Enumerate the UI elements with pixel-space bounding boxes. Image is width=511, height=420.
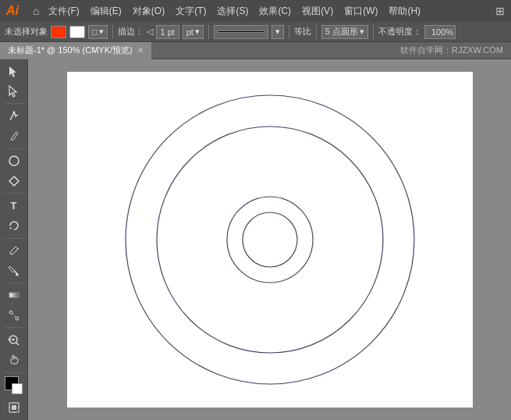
svg-marker-1 [9, 86, 16, 97]
menu-object[interactable]: 对象(O) [128, 3, 169, 20]
canvas-svg [67, 72, 473, 408]
divider-4 [316, 25, 317, 39]
eyedropper-tool-button[interactable] [3, 242, 25, 260]
canvas-area[interactable] [28, 59, 511, 420]
svg-point-8 [16, 317, 19, 320]
document-tab-title: 未标题-1* @ 150% (CMYK/预览) [8, 44, 133, 56]
toolbar: T [0, 59, 28, 420]
document-tab[interactable]: 未标题-1* @ 150% (CMYK/预览) ✕ [0, 42, 151, 59]
artboard [67, 72, 473, 408]
equal-label: 等比 [294, 26, 311, 37]
brush-dropdown[interactable]: 5 点圆形 ▾ [321, 25, 368, 39]
rotate-tool-button[interactable] [3, 216, 25, 234]
svg-line-5 [18, 248, 19, 249]
svg-line-11 [16, 343, 19, 345]
divider-1 [112, 25, 113, 39]
circle-outer [126, 95, 414, 384]
svg-rect-6 [9, 293, 19, 297]
paintbucket-tool-button[interactable] [3, 262, 25, 279]
menu-window[interactable]: 窗口(W) [339, 3, 382, 20]
svg-point-7 [9, 311, 12, 314]
background-color-swatch[interactable] [12, 383, 23, 394]
toolbar-separator-6 [4, 327, 24, 328]
main-area: T [0, 59, 511, 420]
svg-point-3 [9, 156, 19, 166]
foreground-color-swatch[interactable] [5, 376, 19, 390]
stroke-style-dropdown[interactable]: ▾ [271, 25, 284, 39]
stroke-swatch[interactable] [69, 26, 85, 38]
toolbar-separator-7 [4, 372, 24, 373]
circle-second [157, 126, 383, 353]
artboard-tool-button[interactable] [3, 399, 25, 417]
stroke-label: 描边： [118, 26, 144, 37]
hand-tool-button[interactable] [3, 351, 25, 368]
gradient-tool-button[interactable] [3, 287, 25, 304]
opacity-value[interactable]: 100% [424, 25, 456, 39]
menu-edit[interactable]: 编辑(E) [86, 3, 126, 20]
pencil-tool-button[interactable] [3, 127, 25, 145]
direct-selection-tool-button[interactable] [3, 82, 25, 100]
circle-inner-outer [227, 197, 313, 283]
options-bar: 未选择对象 □▾ 描边： ◁ 1 pt pt▾ ▾ 等比 5 点圆形 ▾ 不透明… [0, 22, 511, 42]
menu-view[interactable]: 视图(V) [297, 3, 338, 20]
menu-effect[interactable]: 效果(C) [254, 3, 296, 20]
menu-select[interactable]: 选择(S) [212, 3, 253, 20]
fill-swatch[interactable] [51, 26, 66, 38]
opacity-label: 不透明度： [378, 26, 421, 37]
toolbar-separator-2 [4, 148, 24, 149]
rectangle-tool-button[interactable] [3, 172, 25, 190]
divider-2 [208, 25, 209, 39]
toolbar-separator-4 [4, 238, 24, 239]
stroke-unit-dropdown[interactable]: pt▾ [183, 25, 204, 39]
menu-file[interactable]: 文件(F) [44, 3, 83, 20]
home-button[interactable]: ⌂ [33, 5, 39, 17]
stroke-line [218, 30, 264, 33]
blend-tool-button[interactable] [3, 306, 25, 324]
color-swatches[interactable] [5, 376, 23, 394]
menu-help[interactable]: 帮助(H) [384, 3, 425, 20]
stroke-width-value[interactable]: 1 pt [156, 25, 179, 39]
divider-5 [373, 25, 374, 39]
divider-3 [289, 25, 289, 39]
svg-point-2 [12, 111, 15, 113]
stroke-options-dropdown[interactable]: □▾ [88, 25, 108, 39]
menu-bar: 文件(F) 编辑(E) 对象(O) 文字(T) 选择(S) 效果(C) 视图(V… [44, 3, 491, 20]
title-bar: Ai ⌂ 文件(F) 编辑(E) 对象(O) 文字(T) 选择(S) 效果(C)… [0, 0, 511, 22]
svg-marker-4 [9, 227, 12, 230]
document-tab-bar: 未标题-1* @ 150% (CMYK/预览) ✕ 软件自学网：RJZXW.CO… [0, 42, 511, 59]
app-logo: Ai [6, 4, 28, 18]
circle-inner-inner [243, 212, 297, 267]
menu-type[interactable]: 文字(T) [171, 3, 211, 20]
toolbar-separator-3 [4, 193, 24, 194]
zoom-tool-button[interactable] [3, 331, 25, 349]
svg-line-9 [12, 313, 16, 317]
text-tool-button[interactable]: T [3, 197, 25, 215]
toolbar-separator-5 [4, 283, 24, 283]
stroke-icon: ◁ [147, 27, 153, 37]
pen-tool-button[interactable] [3, 107, 25, 125]
document-tab-close[interactable]: ✕ [137, 46, 144, 55]
svg-marker-0 [9, 66, 16, 77]
svg-rect-15 [12, 405, 16, 410]
watermark-text: 软件自学网：RJZXW.COM [400, 44, 511, 56]
ellipse-tool-button[interactable] [3, 152, 25, 170]
workspace-switcher-icon[interactable]: ⊞ [495, 5, 505, 17]
toolbar-separator-1 [4, 103, 24, 104]
selection-tool-button[interactable] [3, 62, 25, 80]
no-selection-label: 未选择对象 [5, 26, 48, 37]
stroke-line-container[interactable] [214, 25, 268, 39]
